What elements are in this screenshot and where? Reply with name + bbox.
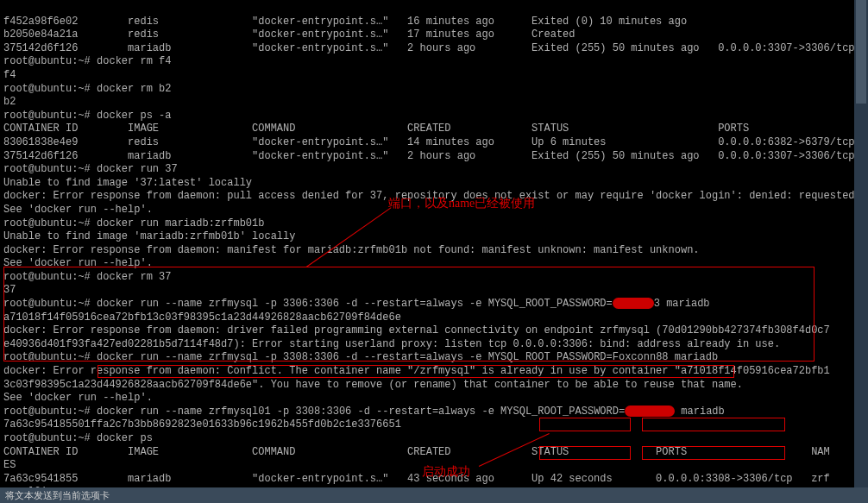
prompt: root@ubuntu:~# <box>3 351 97 363</box>
scrollbar-thumb[interactable] <box>856 0 866 104</box>
status-bar: 将文本发送到当前选项卡 <box>0 487 868 503</box>
prompt: root@ubuntu:~# <box>3 271 97 283</box>
censored-password <box>613 298 654 309</box>
scrollbar-vertical[interactable] <box>854 0 868 487</box>
command: docker run --name zrfmysql -p 3308:3306 … <box>97 351 718 363</box>
output-line: 7a63c954185501ffa2c7b3bb8692823e01633b96… <box>3 418 401 431</box>
error-line: docker: Error response from daemon: mani… <box>3 244 700 256</box>
prompt: root@ubuntu:~# <box>3 406 97 418</box>
output-line: Unable to find image '37:latest' locally <box>3 177 252 189</box>
container-row: 83061838e4e9 redis "docker-entrypoint.s…… <box>3 136 868 148</box>
output-line: a71018f14f05916cea72bfb13c03f98395c1a23d… <box>3 311 401 324</box>
command: docker rm b2 <box>97 83 171 95</box>
prompt: root@ubuntu:~# <box>3 298 97 310</box>
output-line: See 'docker run --help'. <box>3 257 153 269</box>
command: docker run mariadb:zrfmb01b <box>97 217 264 229</box>
table-header: CONTAINER ID IMAGE COMMAND CREATED STATU… <box>3 446 830 458</box>
error-line: e40936d401f93fa427ed02281b5d7114f48d7): … <box>3 338 780 350</box>
error-line: docker: Error response from daemon: Conf… <box>3 365 830 377</box>
status-bar-text: 将文本发送到当前选项卡 <box>5 490 110 500</box>
output-line: 37 <box>3 284 16 296</box>
error-line: docker: Error response from daemon: driv… <box>3 324 830 336</box>
container-row: b2050e84a21a redis "docker-entrypoint.s…… <box>3 28 576 41</box>
command: docker rm 37 <box>97 271 171 283</box>
container-row: f452a98f6e02 redis "docker-entrypoint.s…… <box>3 16 687 28</box>
container-row: 7a63c9541855 mariadb "docker-entrypoint.… <box>3 473 830 485</box>
error-line: 3c03f98395c1a23d44926828aacb62709f84de6e… <box>3 379 743 391</box>
output-line: b2 <box>3 96 16 108</box>
command: docker ps <box>97 432 153 444</box>
command: mariadb <box>675 406 725 418</box>
command: docker ps -a <box>97 110 171 122</box>
output-line: Unable to find image 'mariadb:zrfmb01b' … <box>3 230 295 242</box>
command: docker run --name zrfmysql01 -p 3308:330… <box>97 406 625 418</box>
prompt: root@ubuntu:~# <box>3 83 97 95</box>
annotation-note-success: 启动成功 <box>422 464 470 480</box>
command: docker run 37 <box>97 163 178 175</box>
prompt: root@ubuntu:~# <box>3 55 97 67</box>
container-row: 375142d6f126 mariadb "docker-entrypoint.… <box>3 150 868 162</box>
censored-password <box>625 406 675 417</box>
terminal-output[interactable]: f452a98f6e02 redis "docker-entrypoint.s…… <box>0 0 868 503</box>
command: docker rm f4 <box>97 55 171 67</box>
container-row: 375142d6f126 mariadb "docker-entrypoint.… <box>3 42 868 54</box>
annotation-note-port-name: 端口，以及name已经被使用 <box>388 196 535 211</box>
prompt: root@ubuntu:~# <box>3 432 97 444</box>
command: 3 mariadb <box>654 298 710 310</box>
command: docker run --name zrfmysql -p 3306:3306 … <box>97 298 613 310</box>
output-line: See 'docker run --help'. <box>3 392 153 404</box>
output-line: f4 <box>3 69 16 81</box>
prompt: root@ubuntu:~# <box>3 217 97 229</box>
table-header: CONTAINER ID IMAGE COMMAND CREATED STATU… <box>3 123 868 135</box>
prompt: root@ubuntu:~# <box>3 163 97 175</box>
output-line: ES <box>3 459 16 471</box>
output-line: See 'docker run --help'. <box>3 204 153 216</box>
prompt: root@ubuntu:~# <box>3 110 97 122</box>
